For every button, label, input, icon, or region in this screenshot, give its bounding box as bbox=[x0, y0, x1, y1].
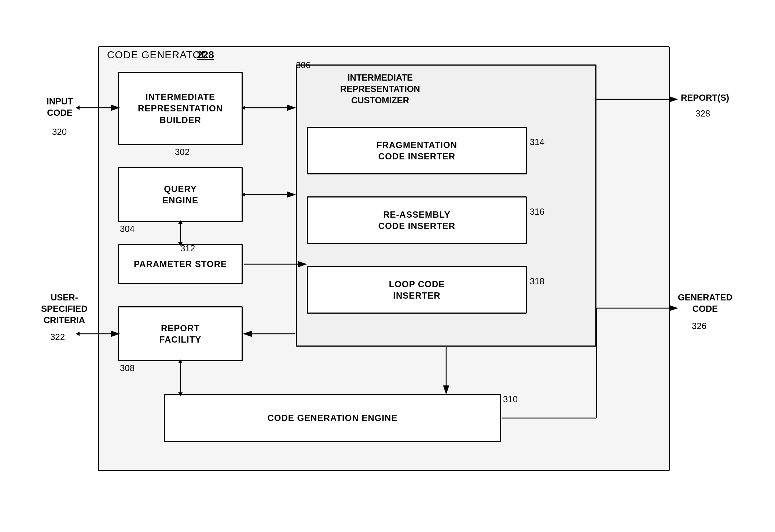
report-facility-ref: 308 bbox=[120, 363, 135, 373]
report-facility-label: REPORTFACILITY bbox=[159, 322, 202, 345]
svg-marker-7 bbox=[76, 332, 80, 336]
user-specified-label: USER-SPECIFIEDCRITERIA bbox=[41, 292, 88, 326]
code-generator-number: 228 bbox=[197, 49, 214, 61]
reassembly-inserter-label: RE-ASSEMBLYCODE INSERTER bbox=[378, 209, 455, 232]
parameter-store-label: PARAMETER STORE bbox=[134, 258, 227, 270]
svg-marker-4 bbox=[76, 106, 80, 110]
loop-inserter-label: LOOP CODEINSERTER bbox=[389, 278, 445, 301]
loop-inserter-ref: 318 bbox=[530, 276, 544, 287]
reports-ref: 328 bbox=[695, 108, 710, 119]
frag-inserter-label: FRAGMENTATIONCODE INSERTER bbox=[377, 139, 457, 162]
generated-code-label: GENERATEDCODE bbox=[678, 292, 732, 314]
input-code-label: INPUTCODE bbox=[47, 96, 73, 118]
code-gen-engine-label: CODE GENERATION ENGINE bbox=[268, 412, 398, 424]
query-engine-box: QUERYENGINE bbox=[118, 167, 243, 222]
code-gen-engine-box: CODE GENERATION ENGINE bbox=[164, 394, 501, 442]
ir-builder-ref: 302 bbox=[175, 147, 190, 157]
ir-builder-box: INTERMEDIATEREPRESENTATIONBUILDER bbox=[118, 72, 243, 145]
ir-customizer-ref: 306 bbox=[296, 60, 311, 70]
loop-inserter-box: LOOP CODEINSERTER bbox=[307, 266, 527, 314]
reassembly-inserter-box: RE-ASSEMBLYCODE INSERTER bbox=[307, 196, 527, 244]
code-gen-engine-ref: 310 bbox=[503, 394, 518, 404]
parameter-store-ref: 312 bbox=[180, 243, 195, 254]
user-specified-ref: 322 bbox=[50, 332, 65, 342]
query-engine-ref: 304 bbox=[120, 224, 135, 234]
query-engine-label: QUERYENGINE bbox=[162, 183, 198, 206]
report-facility-box: REPORTFACILITY bbox=[118, 306, 243, 361]
code-generator-label: CODE GENERATOR bbox=[107, 49, 209, 61]
generated-code-ref: 326 bbox=[692, 321, 706, 331]
input-code-ref: 320 bbox=[52, 127, 67, 137]
ir-builder-label: INTERMEDIATEREPRESENTATIONBUILDER bbox=[138, 91, 223, 126]
frag-inserter-ref: 314 bbox=[530, 137, 544, 147]
ir-customizer-label: INTERMEDIATEREPRESENTATIONCUSTOMIZER bbox=[314, 72, 446, 106]
frag-inserter-box: FRAGMENTATIONCODE INSERTER bbox=[307, 127, 527, 174]
reports-label: REPORT(S) bbox=[681, 92, 729, 103]
diagram-container: CODE GENERATOR 228 INTERMEDIATEREPRESENT… bbox=[39, 24, 736, 508]
reassembly-inserter-ref: 316 bbox=[530, 207, 544, 217]
